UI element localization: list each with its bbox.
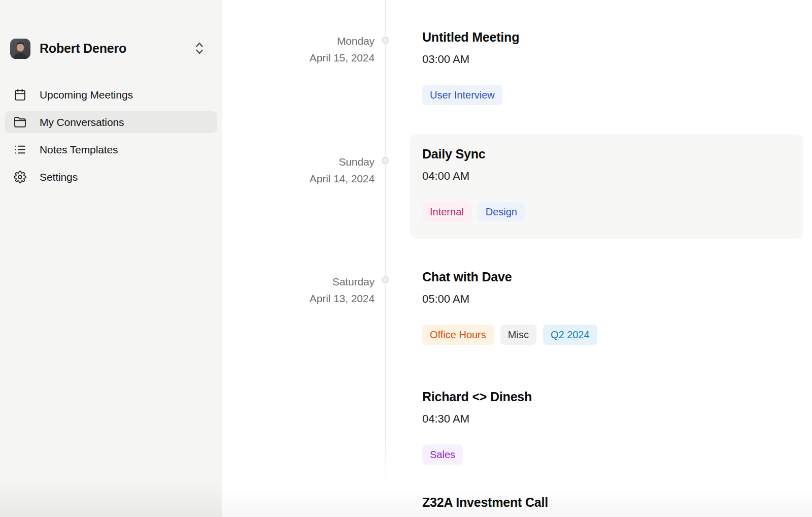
timeline-dot xyxy=(382,276,389,283)
avatar xyxy=(10,39,30,59)
date-full: April 15, 2024 xyxy=(222,49,375,66)
sidebar-item-label: Upcoming Meetings xyxy=(40,89,133,101)
meeting-item-highlighted[interactable]: Daily Sync 04:00 AM Internal Design xyxy=(410,134,803,239)
meeting-title: Z32A Investment Call xyxy=(422,495,548,510)
meeting-time: 04:00 AM xyxy=(422,169,803,183)
tag[interactable]: Office Hours xyxy=(422,325,494,345)
tag-row: Office Hours Misc Q2 2024 xyxy=(422,325,597,345)
date-label: Sunday April 14, 2024 xyxy=(222,153,375,187)
user-name: Robert Denero xyxy=(40,41,126,56)
date-label: Monday April 15, 2024 xyxy=(222,33,375,66)
meeting-title: Daily Sync xyxy=(422,146,803,162)
conversations-timeline: Monday April 15, 2024 Untitled Meeting 0… xyxy=(222,0,812,517)
date-day: Monday xyxy=(222,33,375,49)
tag-row: Sales xyxy=(422,444,532,465)
meeting-item[interactable]: Z32A Investment Call xyxy=(422,495,548,510)
chevron-updown-icon xyxy=(194,41,205,56)
sidebar-nav: Upcoming Meetings My Conversations xyxy=(5,84,217,193)
tag-row: User Interview xyxy=(422,85,519,105)
folder-icon xyxy=(14,116,26,128)
timeline-dot xyxy=(382,37,389,44)
meeting-time: 03:00 AM xyxy=(422,52,519,67)
date-day: Sunday xyxy=(222,153,375,170)
date-full: April 14, 2024 xyxy=(222,170,375,187)
user-menu[interactable]: Robert Denero xyxy=(0,36,222,62)
tag[interactable]: Misc xyxy=(500,325,536,345)
meeting-item[interactable]: Richard <> Dinesh 04:30 AM Sales xyxy=(422,389,532,465)
gear-icon xyxy=(14,171,26,183)
tag[interactable]: Sales xyxy=(422,444,463,465)
meeting-time: 05:00 AM xyxy=(422,292,597,306)
meeting-title: Richard <> Dinesh xyxy=(422,389,532,405)
list-icon xyxy=(14,143,26,156)
sidebar-item-upcoming-meetings[interactable]: Upcoming Meetings xyxy=(5,84,217,106)
tag[interactable]: Q2 2024 xyxy=(543,325,597,345)
timeline-line xyxy=(385,0,386,487)
meeting-title: Chat with Dave xyxy=(422,269,597,285)
meeting-item[interactable]: Chat with Dave 05:00 AM Office Hours Mis… xyxy=(422,269,597,345)
sidebar-item-settings[interactable]: Settings xyxy=(5,166,217,188)
tag[interactable]: User Interview xyxy=(422,85,502,105)
sidebar: Robert Denero Upcoming Meetings xyxy=(0,0,222,517)
calendar-icon xyxy=(14,88,26,101)
date-day: Saturday xyxy=(222,273,375,290)
tag[interactable]: Design xyxy=(478,202,525,222)
sidebar-item-notes-templates[interactable]: Notes Templates xyxy=(5,139,217,160)
tag-row: Internal Design xyxy=(422,202,803,222)
meeting-time: 04:30 AM xyxy=(422,411,532,426)
date-full: April 13, 2024 xyxy=(222,290,375,307)
meeting-title: Untitled Meeting xyxy=(422,29,519,45)
sidebar-item-label: My Conversations xyxy=(40,116,124,128)
sidebar-item-label: Settings xyxy=(40,171,78,183)
meeting-item[interactable]: Untitled Meeting 03:00 AM User Interview xyxy=(422,29,519,105)
date-label: Saturday April 13, 2024 xyxy=(222,273,375,307)
sidebar-item-my-conversations[interactable]: My Conversations xyxy=(5,111,217,133)
tag[interactable]: Internal xyxy=(422,202,471,222)
timeline-dot xyxy=(382,157,389,164)
sidebar-item-label: Notes Templates xyxy=(40,144,118,156)
